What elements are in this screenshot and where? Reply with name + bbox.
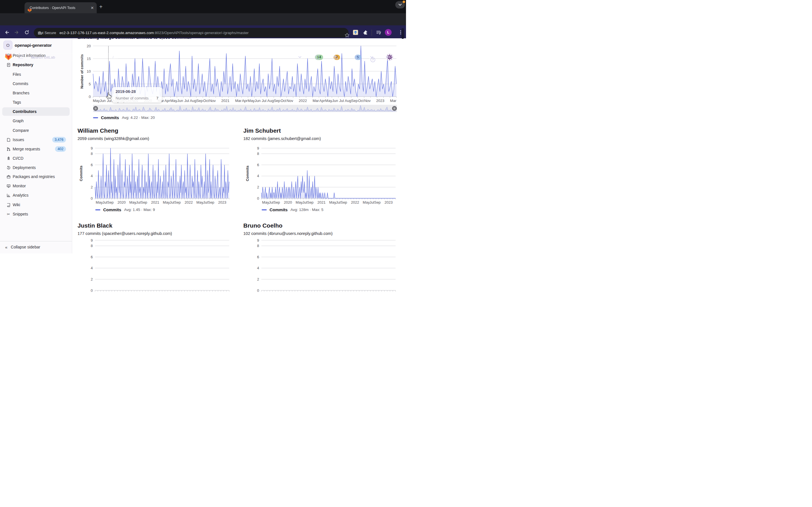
hamburger-menu-icon[interactable] xyxy=(18,55,23,59)
browser-profile-avatar[interactable]: L xyxy=(385,29,392,36)
sidebar-item-monitor[interactable]: Monitor xyxy=(2,182,70,190)
sidebar-item-files[interactable]: Files xyxy=(2,70,70,78)
chart-justin[interactable]: 986420 xyxy=(87,238,232,253)
not-secure-chip[interactable]: Not Secure xyxy=(38,31,59,35)
svg-text:May: May xyxy=(163,200,170,205)
svg-text:Jun: Jun xyxy=(100,99,106,103)
contributor-name: Justin Black xyxy=(78,222,112,229)
svg-text:May: May xyxy=(296,200,303,205)
media-controls-icon[interactable] xyxy=(375,29,382,36)
tab-title: Contributors · OpenAPI Tools xyxy=(30,6,89,10)
collapse-chevrons-icon: « xyxy=(5,245,7,249)
sidebar-item-compare[interactable]: Compare xyxy=(2,126,70,135)
svg-text:9: 9 xyxy=(257,146,259,151)
chart-william[interactable]: 986420MayJulSep2020MayJulSep2021MayJulSe… xyxy=(87,147,232,210)
collapse-label: Collapse sidebar xyxy=(11,245,40,249)
svg-text:Jul: Jul xyxy=(203,200,208,205)
contributor-legend[interactable]: Commits Avg: 1.45 · Max: 9 xyxy=(95,207,155,212)
chart-bruno[interactable]: 986420 xyxy=(253,238,398,253)
svg-text:Nov: Nov xyxy=(287,99,294,103)
chevron-down-icon[interactable] xyxy=(370,56,373,58)
svg-text:5: 5 xyxy=(89,82,91,86)
contributor-legend[interactable]: Commits Avg: 128m · Max: 5 xyxy=(262,207,323,212)
rocket-icon xyxy=(6,156,11,161)
search-placeholder: Search GitLab xyxy=(31,55,109,59)
sidebar-item-analytics[interactable]: Analytics xyxy=(2,191,70,200)
svg-text:8: 8 xyxy=(91,244,93,248)
chevron-down-icon[interactable] xyxy=(298,56,301,58)
sidebar-item-deployments[interactable]: Deployments xyxy=(2,163,70,172)
search-shortcut-key: / xyxy=(111,55,115,60)
svg-text:9: 9 xyxy=(257,238,259,242)
sidebar-item-label: Monitor xyxy=(13,184,26,188)
svg-text:Sep: Sep xyxy=(107,200,114,205)
svg-text:Apr: Apr xyxy=(164,99,170,103)
page-scrollbar-thumb[interactable] xyxy=(402,28,404,39)
chevron-down-icon[interactable] xyxy=(334,56,337,58)
extensions-puzzle-icon[interactable] xyxy=(362,29,369,36)
sidebar-item-packages-and-registries[interactable]: Packages and registries xyxy=(2,172,70,181)
svg-text:20: 20 xyxy=(87,44,91,48)
chevron-down-icon[interactable] xyxy=(386,56,389,58)
svg-text:Sep: Sep xyxy=(141,200,147,205)
svg-text:2021: 2021 xyxy=(317,200,326,205)
sidebar-item-graph[interactable]: Graph xyxy=(2,117,70,125)
back-button[interactable] xyxy=(3,29,11,36)
gitlab-search-box[interactable]: Search GitLab / xyxy=(28,53,118,61)
project-name: openapi-generator xyxy=(15,43,52,48)
issues-icon[interactable] xyxy=(315,55,320,60)
svg-text:Jul: Jul xyxy=(269,200,273,205)
new-tab-button[interactable]: + xyxy=(99,4,103,10)
address-bar[interactable]: Not Secure ec2-3-137-176-117.us-east-2.c… xyxy=(34,28,349,38)
reload-button[interactable] xyxy=(23,29,31,36)
svg-text:0: 0 xyxy=(89,95,91,99)
svg-text:Apr: Apr xyxy=(319,99,325,103)
sidebar-divider xyxy=(0,241,72,241)
svg-text:Mar: Mar xyxy=(390,99,396,103)
sidebar-item-label: Repository xyxy=(13,62,33,67)
svg-text:Jul: Jul xyxy=(169,200,174,205)
brush-handle-right[interactable] xyxy=(392,106,397,111)
extension-userscript-icon[interactable] xyxy=(352,29,359,36)
sidebar-item-issues[interactable]: Issues3,476 xyxy=(2,135,70,144)
sidebar-item-label: Graph xyxy=(13,119,24,123)
svg-text:Jul: Jul xyxy=(107,99,112,103)
forward-button[interactable] xyxy=(13,29,20,36)
sidebar-item-label: Commits xyxy=(13,81,28,86)
sidebar-item-merge-requests[interactable]: Merge requests402 xyxy=(2,145,70,153)
update-dot xyxy=(403,1,405,3)
collapse-sidebar-button[interactable]: « Collapse sidebar xyxy=(2,243,70,251)
sidebar-item-tags[interactable]: Tags xyxy=(2,98,70,107)
brush-handle-left[interactable] xyxy=(93,106,98,111)
sidebar-item-wiki[interactable]: Wiki xyxy=(2,201,70,209)
svg-text:6: 6 xyxy=(257,163,259,167)
contributor-commits-email: 2059 commits (wing328hk@gmail.com) xyxy=(78,136,149,141)
svg-text:8: 8 xyxy=(257,244,259,248)
sidebar-item-contributors[interactable]: Contributors xyxy=(2,107,70,116)
chart-jim[interactable]: 986420MayJulSep2020MayJulSep2021MayJulSe… xyxy=(253,147,398,210)
sidebar-item-repository[interactable]: Repository xyxy=(2,61,70,69)
project-header[interactable]: O openapi-generator xyxy=(3,41,52,50)
svg-text:May: May xyxy=(248,99,255,103)
legend-label: Commits xyxy=(103,207,121,212)
sidebar-item-label: Branches xyxy=(13,91,29,95)
overall-legend[interactable]: Commits Avg: 4.22 · Max: 20 xyxy=(93,115,155,120)
chart-brush[interactable] xyxy=(93,105,397,112)
sidebar-item-branches[interactable]: Branches xyxy=(2,89,70,97)
sidebar-item-snippets[interactable]: ✂Snippets xyxy=(2,210,70,218)
sidebar-item-ci-cd[interactable]: CI/CD xyxy=(2,154,70,163)
count-badge: 3,476 xyxy=(52,137,66,143)
browser-tab[interactable]: Contributors · OpenAPI Tools ✕ xyxy=(24,2,97,13)
sidebar-item-commits[interactable]: Commits xyxy=(2,79,70,88)
todo-icon[interactable] xyxy=(355,55,359,60)
sidebar-item-label: Analytics xyxy=(13,193,29,198)
legend-dash xyxy=(262,209,267,210)
tab-close-icon[interactable]: ✕ xyxy=(91,6,94,10)
svg-text:Jul: Jul xyxy=(339,99,344,103)
svg-text:Sep: Sep xyxy=(274,99,280,103)
mr-icon xyxy=(6,147,11,151)
svg-text:Jul: Jul xyxy=(102,200,107,205)
svg-text:2020: 2020 xyxy=(117,200,126,205)
svg-text:2020: 2020 xyxy=(284,200,292,205)
tooltip-date: 2019-06-28 xyxy=(116,89,158,94)
